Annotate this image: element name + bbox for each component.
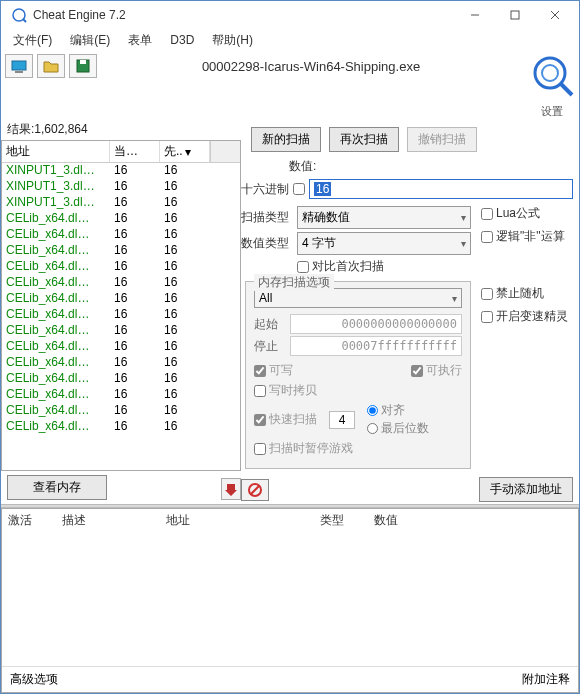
col-type[interactable]: 类型 xyxy=(320,512,344,529)
last-digits-radio[interactable]: 最后位数 xyxy=(367,420,429,437)
start-label: 起始 xyxy=(254,316,282,333)
maximize-button[interactable] xyxy=(495,3,535,27)
svg-rect-7 xyxy=(15,71,23,73)
results-table[interactable]: 地址 当… 先..▾ XINPUT1_3.dl…1616XINPUT1_3.dl… xyxy=(1,140,241,471)
col-address[interactable]: 地址 xyxy=(2,141,110,162)
not-operator-checkbox[interactable]: 逻辑"非"运算 xyxy=(481,228,571,245)
pause-game-checkbox[interactable]: 扫描时暂停游戏 xyxy=(254,440,353,457)
app-logo-icon[interactable] xyxy=(528,51,576,102)
menu-table[interactable]: 表单 xyxy=(120,30,160,51)
menu-help[interactable]: 帮助(H) xyxy=(204,30,261,51)
svg-line-14 xyxy=(251,486,259,494)
value-type-label: 数值类型 xyxy=(241,235,293,252)
window-title: Cheat Engine 7.2 xyxy=(33,8,455,22)
menu-file[interactable]: 文件(F) xyxy=(5,30,60,51)
svg-point-12 xyxy=(542,65,558,81)
table-row[interactable]: CELib_x64.dl…1616 xyxy=(2,419,240,435)
new-scan-button[interactable]: 新的扫描 xyxy=(251,127,321,152)
table-row[interactable]: CELib_x64.dl…1616 xyxy=(2,323,240,339)
svg-rect-6 xyxy=(12,61,26,70)
save-button[interactable] xyxy=(69,54,97,78)
menu-d3d[interactable]: D3D xyxy=(162,31,202,49)
table-row[interactable]: CELib_x64.dl…1616 xyxy=(2,275,240,291)
table-row[interactable]: CELib_x64.dl…1616 xyxy=(2,227,240,243)
svg-line-1 xyxy=(23,19,26,22)
advanced-options-button[interactable]: 高级选项 xyxy=(10,671,58,688)
table-row[interactable]: CELib_x64.dl…1616 xyxy=(2,211,240,227)
table-row[interactable]: CELib_x64.dl…1616 xyxy=(2,339,240,355)
stop-label: 停止 xyxy=(254,338,282,355)
start-address-input[interactable]: 0000000000000000 xyxy=(290,314,462,334)
close-button[interactable] xyxy=(535,3,575,27)
table-row[interactable]: XINPUT1_3.dl…1616 xyxy=(2,195,240,211)
cheat-table[interactable]: 激活 描述 地址 类型 数值 高级选项 附加注释 xyxy=(1,508,579,693)
svg-rect-3 xyxy=(511,11,519,19)
hex-label: 十六进制 xyxy=(241,181,289,198)
copy-on-write-checkbox[interactable]: 写时拷贝 xyxy=(254,382,317,399)
table-row[interactable]: CELib_x64.dl…1616 xyxy=(2,387,240,403)
menu-edit[interactable]: 编辑(E) xyxy=(62,30,118,51)
table-row[interactable]: CELib_x64.dl…1616 xyxy=(2,243,240,259)
col-current[interactable]: 当… xyxy=(110,141,160,162)
table-row[interactable]: CELib_x64.dl…1616 xyxy=(2,371,240,387)
memory-region-select[interactable]: All▾ xyxy=(254,288,462,308)
stop-address-input[interactable]: 00007fffffffffff xyxy=(290,336,462,356)
table-row[interactable]: CELib_x64.dl…1616 xyxy=(2,307,240,323)
hex-checkbox[interactable] xyxy=(293,183,305,195)
clear-button[interactable] xyxy=(241,479,269,501)
col-address2[interactable]: 地址 xyxy=(166,512,190,529)
col-value[interactable]: 数值 xyxy=(374,512,398,529)
memory-options-title: 内存扫描选项 xyxy=(254,274,334,291)
open-file-button[interactable] xyxy=(37,54,65,78)
table-row[interactable]: XINPUT1_3.dl…1616 xyxy=(2,163,240,179)
value-label: 数值: xyxy=(289,159,316,173)
table-row[interactable]: CELib_x64.dl…1616 xyxy=(2,355,240,371)
titlebar: Cheat Engine 7.2 xyxy=(1,1,579,29)
add-address-manually-button[interactable]: 手动添加地址 xyxy=(479,477,573,502)
table-row[interactable]: CELib_x64.dl…1616 xyxy=(2,291,240,307)
attach-comment-button[interactable]: 附加注释 xyxy=(522,671,570,688)
table-row[interactable]: CELib_x64.dl…1616 xyxy=(2,403,240,419)
col-description[interactable]: 描述 xyxy=(62,512,86,529)
scan-type-label: 扫描类型 xyxy=(241,209,293,226)
table-row[interactable]: CELib_x64.dl…1616 xyxy=(2,259,240,275)
col-previous[interactable]: 先..▾ xyxy=(160,141,210,162)
align-radio[interactable]: 对齐 xyxy=(367,402,429,419)
lua-formula-checkbox[interactable]: Lua公式 xyxy=(481,205,571,222)
process-name: 00002298-Icarus-Win64-Shipping.exe xyxy=(101,59,521,74)
toolbar: 00002298-Icarus-Win64-Shipping.exe xyxy=(1,51,525,81)
speedhack-checkbox[interactable]: 开启变速精灵 xyxy=(481,308,571,325)
memory-scan-options-group: 内存扫描选项 All▾ 起始 0000000000000000 停止 00007… xyxy=(245,281,471,469)
compare-first-scan-checkbox[interactable]: 对比首次扫描 xyxy=(297,258,384,275)
writable-checkbox[interactable]: 可写 xyxy=(254,362,293,379)
menubar: 文件(F) 编辑(E) 表单 D3D 帮助(H) xyxy=(1,29,579,51)
svg-line-11 xyxy=(560,83,572,95)
minimize-button[interactable] xyxy=(455,3,495,27)
undo-scan-button[interactable]: 撤销扫描 xyxy=(407,127,477,152)
select-process-button[interactable] xyxy=(5,54,33,78)
app-icon xyxy=(11,7,27,23)
value-input[interactable]: 16 xyxy=(309,179,573,199)
disable-random-checkbox[interactable]: 禁止随机 xyxy=(481,285,571,302)
value-type-select[interactable]: 4 字节▾ xyxy=(297,232,471,255)
col-active[interactable]: 激活 xyxy=(8,512,32,529)
settings-label[interactable]: 设置 xyxy=(541,104,563,119)
fast-scan-value-input[interactable] xyxy=(329,411,355,429)
executable-checkbox[interactable]: 可执行 xyxy=(411,362,462,379)
next-scan-button[interactable]: 再次扫描 xyxy=(329,127,399,152)
scan-type-select[interactable]: 精确数值▾ xyxy=(297,206,471,229)
fast-scan-checkbox[interactable]: 快速扫描 xyxy=(254,411,317,428)
svg-rect-9 xyxy=(80,60,86,64)
results-count-label: 结果:1,602,864 xyxy=(1,119,241,140)
table-row[interactable]: XINPUT1_3.dl…1616 xyxy=(2,179,240,195)
add-to-list-button[interactable] xyxy=(221,478,241,500)
view-memory-button[interactable]: 查看内存 xyxy=(7,475,107,500)
